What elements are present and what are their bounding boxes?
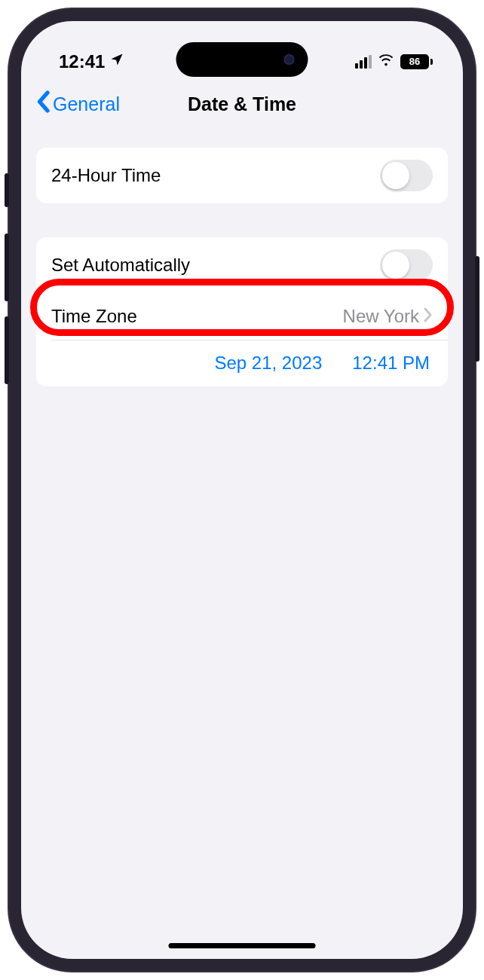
time-picker[interactable]: 12:41 PM [352, 353, 430, 374]
settings-group-1: 24-Hour Time [36, 148, 448, 203]
timezone-value-area: New York [343, 306, 433, 327]
navigation-bar: General Date & Time [21, 81, 463, 133]
page-title: Date & Time [188, 93, 296, 115]
back-button[interactable]: General [35, 90, 120, 118]
timezone-row[interactable]: Time Zone New York [36, 293, 448, 340]
settings-content: 24-Hour Time Set Automatically [21, 133, 463, 435]
status-time: 12:41 [59, 51, 105, 72]
status-indicators: 86 [355, 52, 433, 72]
screen: 12:41 86 [21, 21, 463, 959]
volume-up-button [5, 234, 9, 301]
cellular-signal-icon [355, 55, 372, 69]
timezone-label: Time Zone [51, 306, 137, 327]
toggle-knob [382, 252, 409, 279]
chevron-left-icon [35, 90, 51, 118]
twentyfour-hour-toggle[interactable] [380, 160, 433, 191]
twentyfour-hour-row[interactable]: 24-Hour Time [36, 148, 448, 203]
set-automatically-row[interactable]: Set Automatically [36, 237, 448, 293]
status-time-area: 12:41 [59, 51, 124, 72]
power-button [475, 256, 479, 362]
camera-icon [284, 54, 295, 65]
set-automatically-label: Set Automatically [51, 255, 190, 276]
date-picker[interactable]: Sep 21, 2023 [214, 353, 322, 374]
timezone-value: New York [343, 306, 419, 327]
location-icon [109, 52, 124, 71]
phone-frame: 12:41 86 [8, 8, 476, 972]
battery-indicator: 86 [400, 54, 433, 69]
settings-group-2: Set Automatically Time Zone New York [36, 237, 448, 386]
back-label: General [53, 93, 120, 115]
datetime-row: Sep 21, 2023 12:41 PM [36, 340, 448, 386]
home-indicator[interactable] [169, 943, 316, 948]
volume-down-button [5, 316, 9, 384]
side-button [5, 173, 9, 207]
twentyfour-hour-label: 24-Hour Time [51, 165, 161, 186]
set-automatically-toggle[interactable] [380, 249, 433, 281]
chevron-right-icon [424, 306, 433, 327]
dynamic-island [176, 42, 308, 77]
wifi-icon [378, 52, 394, 72]
battery-percentage: 86 [409, 56, 420, 67]
toggle-knob [382, 162, 409, 189]
